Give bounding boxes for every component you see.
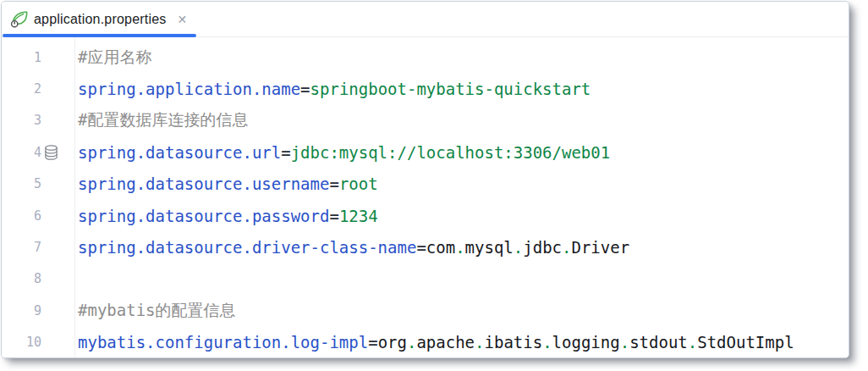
- code-line[interactable]: 2spring.application.name=springboot-myba…: [2, 73, 849, 104]
- code-segment-value: springboot-mybatis-quickstart: [310, 80, 591, 98]
- tab-bar: application.properties ✕: [2, 2, 849, 37]
- code-segment-key: spring.datasource.url: [78, 143, 281, 162]
- code-segment-dot: .: [542, 333, 552, 352]
- line-number: 6: [2, 200, 41, 231]
- code-segment-dot: .: [514, 238, 523, 257]
- code-text[interactable]: #mybatis的配置信息: [78, 295, 236, 326]
- code-line[interactable]: 1#应用名称: [2, 42, 849, 73]
- close-icon[interactable]: ✕: [175, 12, 190, 27]
- code-line[interactable]: 9#mybatis的配置信息: [2, 295, 849, 326]
- code-segment-cls: Driver: [571, 238, 629, 257]
- code-segment-key: spring.datasource.driver-class-name: [78, 238, 416, 257]
- line-number: 5: [2, 169, 41, 200]
- code-text[interactable]: spring.datasource.driver-class-name=com.…: [78, 231, 629, 263]
- code-segment-cls: mysql: [465, 238, 514, 257]
- code-segment-key: spring.datasource.username: [78, 174, 329, 193]
- line-number: 10: [2, 327, 41, 358]
- code-segment-eq: =: [329, 207, 338, 225]
- code-segment-cls: logging: [552, 333, 620, 352]
- tab-application-properties[interactable]: application.properties ✕: [2, 2, 196, 37]
- code-line[interactable]: 4spring.datasource.url=jdbc:mysql://loca…: [2, 136, 849, 168]
- code-lines-container: 1#应用名称2spring.application.name=springboo…: [2, 42, 849, 358]
- code-segment-comment: #应用名称: [78, 47, 151, 69]
- code-line[interactable]: 3#配置数据库连接的信息: [2, 105, 849, 136]
- code-line[interactable]: 10mybatis.configuration.log-impl=org.apa…: [2, 327, 849, 358]
- code-segment-key: mybatis.configuration.log-impl: [78, 333, 368, 352]
- tab-title: application.properties: [34, 12, 167, 27]
- line-number: 8: [2, 263, 41, 295]
- code-line[interactable]: 8: [2, 263, 849, 295]
- code-segment-cls: jdbc: [523, 238, 562, 257]
- code-segment-eq: =: [416, 238, 426, 257]
- code-segment-comment: #配置数据库连接的信息: [78, 109, 248, 131]
- code-segment-eq: =: [368, 333, 377, 352]
- spring-boot-leaf-icon: [10, 11, 28, 28]
- code-text[interactable]: mybatis.configuration.log-impl=org.apach…: [78, 327, 794, 358]
- code-segment-cls: com: [426, 238, 455, 257]
- code-segment-eq: =: [281, 143, 290, 162]
- code-line[interactable]: 5spring.datasource.username=root: [2, 169, 849, 200]
- code-line[interactable]: 6spring.datasource.password=1234: [2, 200, 849, 231]
- code-segment-eq: =: [329, 174, 338, 193]
- code-segment-cls: org: [378, 333, 407, 352]
- code-text[interactable]: #应用名称: [78, 42, 151, 73]
- code-segment-comment: #mybatis的配置信息: [78, 300, 236, 322]
- line-number: 4: [2, 136, 41, 168]
- code-segment-value: 1234: [339, 207, 378, 225]
- code-segment-cls: ibatis: [485, 333, 543, 352]
- code-segment-value: root: [339, 174, 378, 193]
- code-segment-key: spring.datasource.password: [78, 207, 329, 225]
- code-segment-value: jdbc:mysql://localhost:3306/web01: [291, 143, 611, 162]
- code-segment-eq: =: [300, 80, 310, 98]
- code-segment-cls: apache: [416, 333, 475, 352]
- code-segment-dot: .: [475, 333, 484, 352]
- line-number: 7: [2, 231, 41, 263]
- code-segment-key: spring.application.name: [78, 80, 300, 98]
- code-segment-dot: .: [688, 333, 697, 352]
- code-text[interactable]: #配置数据库连接的信息: [78, 105, 248, 136]
- code-segment-dot: .: [455, 238, 464, 257]
- code-segment-cls: StdOutImpl: [697, 333, 794, 352]
- line-number: 9: [2, 295, 41, 326]
- line-number: 3: [2, 105, 41, 136]
- code-text[interactable]: spring.datasource.url=jdbc:mysql://local…: [78, 136, 610, 168]
- editor-window: application.properties ✕ 1#应用名称2spring.a…: [1, 1, 849, 358]
- code-segment-dot: .: [562, 238, 571, 257]
- code-line[interactable]: 7spring.datasource.driver-class-name=com…: [2, 231, 849, 263]
- code-segment-dot: .: [407, 333, 416, 352]
- code-text[interactable]: spring.application.name=springboot-mybat…: [78, 73, 591, 104]
- code-editor[interactable]: 1#应用名称2spring.application.name=springboo…: [2, 37, 849, 357]
- database-icon[interactable]: [44, 144, 58, 160]
- code-text[interactable]: spring.datasource.username=root: [78, 169, 378, 200]
- line-number: 2: [2, 73, 41, 104]
- code-segment-cls: stdout: [629, 333, 688, 352]
- line-number: 1: [2, 42, 41, 73]
- code-text[interactable]: spring.datasource.password=1234: [78, 200, 378, 231]
- code-segment-dot: .: [620, 333, 629, 352]
